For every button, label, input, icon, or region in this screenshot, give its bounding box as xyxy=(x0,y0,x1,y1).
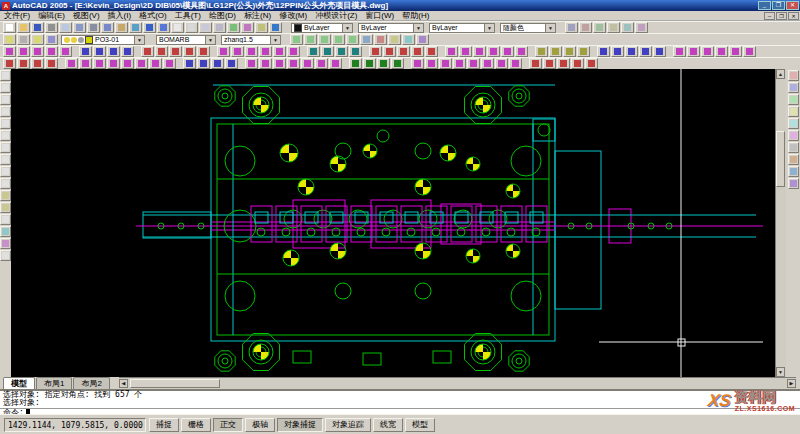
menu-item[interactable]: 冲模设计(Z) xyxy=(311,10,361,21)
custom-tool-icon[interactable] xyxy=(107,46,120,57)
ellipse-icon[interactable] xyxy=(0,178,11,189)
doc-restore-button[interactable]: ❐ xyxy=(776,12,787,20)
custom-tool-icon[interactable] xyxy=(231,46,244,57)
plot-preview-icon[interactable] xyxy=(59,22,72,33)
erase-icon[interactable] xyxy=(788,70,799,81)
drawing-canvas[interactable] xyxy=(11,69,775,377)
custom-tool-icon[interactable] xyxy=(121,58,134,69)
spline-icon[interactable] xyxy=(0,166,11,177)
custom-tool-icon[interactable] xyxy=(225,58,238,69)
dim-angular-icon[interactable] xyxy=(346,34,359,45)
custom-tool-icon[interactable] xyxy=(487,46,500,57)
tab-布局2[interactable]: 布局2 xyxy=(73,377,109,389)
array-icon[interactable] xyxy=(788,118,799,129)
custom-tool-icon[interactable] xyxy=(135,58,148,69)
rectangle-icon[interactable] xyxy=(0,118,11,129)
offset-icon[interactable] xyxy=(788,106,799,117)
textstyle-dropdown[interactable]: zhang1.5 ▼ xyxy=(221,35,281,45)
zoom-previous-icon[interactable] xyxy=(213,22,226,33)
custom-tool-icon[interactable] xyxy=(217,46,230,57)
horizontal-scrollbar[interactable]: ◀ ▶ xyxy=(119,377,796,389)
status-toggle-极轴[interactable]: 极轴 xyxy=(245,418,275,432)
custom-tool-icon[interactable] xyxy=(439,58,452,69)
polygon-icon[interactable] xyxy=(0,106,11,117)
zoom-window-icon[interactable] xyxy=(199,22,212,33)
match-properties-icon[interactable] xyxy=(129,22,142,33)
custom-tool-icon[interactable] xyxy=(287,58,300,69)
status-toggle-正交[interactable]: 正交 xyxy=(213,418,243,432)
lineweight-control-dropdown[interactable]: ByLayer ▼ xyxy=(429,23,495,33)
layer-properties-icon[interactable] xyxy=(3,34,16,45)
dimstyle-dropdown[interactable]: BOMARB ▼ xyxy=(156,35,216,45)
custom-tool-icon[interactable] xyxy=(315,58,328,69)
custom-tool-icon[interactable] xyxy=(17,46,30,57)
tool-palettes-icon[interactable] xyxy=(255,22,268,33)
custom-tool-icon[interactable] xyxy=(743,46,756,57)
hatch-icon[interactable] xyxy=(0,226,11,237)
dim-style-icon[interactable] xyxy=(416,34,429,45)
menu-item[interactable]: 窗口(W) xyxy=(361,10,398,21)
custom-tool-icon[interactable] xyxy=(163,58,176,69)
custom-tool-icon[interactable] xyxy=(321,46,334,57)
custom-tool-icon[interactable] xyxy=(307,46,320,57)
menu-item[interactable]: 标注(N) xyxy=(240,10,275,21)
dim-edit-icon[interactable] xyxy=(388,34,401,45)
line-icon[interactable] xyxy=(0,70,11,81)
custom-tool-icon[interactable] xyxy=(149,58,162,69)
xline-icon[interactable] xyxy=(0,82,11,93)
custom-tool-icon[interactable] xyxy=(715,46,728,57)
dim-radius-icon[interactable] xyxy=(318,34,331,45)
sheet-set-icon[interactable] xyxy=(565,22,578,33)
qleader-icon[interactable] xyxy=(360,34,373,45)
scroll-down-icon[interactable]: ▼ xyxy=(776,367,785,377)
layer-dropdown[interactable]: PO3-01 ▼ xyxy=(61,35,145,45)
custom-tool-icon[interactable] xyxy=(687,46,700,57)
custom-tool-icon[interactable] xyxy=(169,46,182,57)
custom-tool-icon[interactable] xyxy=(411,58,424,69)
qdim-icon[interactable] xyxy=(593,22,606,33)
doc-close-button[interactable]: ✕ xyxy=(788,12,799,20)
custom-tool-icon[interactable] xyxy=(245,58,258,69)
custom-tool-icon[interactable] xyxy=(597,46,610,57)
pan-icon[interactable] xyxy=(171,22,184,33)
custom-tool-icon[interactable] xyxy=(211,58,224,69)
calc-icon[interactable] xyxy=(635,22,648,33)
status-toggle-线宽[interactable]: 线宽 xyxy=(373,418,403,432)
custom-tool-icon[interactable] xyxy=(653,46,666,57)
custom-tool-icon[interactable] xyxy=(453,58,466,69)
custom-tool-icon[interactable] xyxy=(3,46,16,57)
custom-tool-icon[interactable] xyxy=(79,46,92,57)
arc-icon[interactable] xyxy=(0,130,11,141)
custom-tool-icon[interactable] xyxy=(329,58,342,69)
status-toggle-对象捕捉[interactable]: 对象捕捉 xyxy=(277,418,323,432)
linetype-control-dropdown[interactable]: ByLayer ▼ xyxy=(358,23,424,33)
custom-tool-icon[interactable] xyxy=(93,58,106,69)
make-object-layer-icon[interactable] xyxy=(31,34,44,45)
custom-tool-icon[interactable] xyxy=(563,46,576,57)
doc-minimize-button[interactable]: ─ xyxy=(764,12,775,20)
mirror-icon[interactable] xyxy=(788,94,799,105)
tab-布局1[interactable]: 布局1 xyxy=(36,377,72,389)
custom-tool-icon[interactable] xyxy=(155,46,168,57)
scale-icon[interactable] xyxy=(788,154,799,165)
custom-tool-icon[interactable] xyxy=(611,46,624,57)
text-icon[interactable] xyxy=(0,250,11,261)
vertical-scrollbar[interactable]: ▲ ▼ xyxy=(775,69,786,377)
properties-icon[interactable] xyxy=(227,22,240,33)
custom-tool-icon[interactable] xyxy=(425,46,438,57)
custom-tool-icon[interactable] xyxy=(335,46,348,57)
revcloud-icon[interactable] xyxy=(0,154,11,165)
custom-tool-icon[interactable] xyxy=(349,58,362,69)
cut-icon[interactable] xyxy=(87,22,100,33)
custom-tool-icon[interactable] xyxy=(31,58,44,69)
custom-tool-icon[interactable] xyxy=(585,58,598,69)
custom-tool-icon[interactable] xyxy=(273,46,286,57)
custom-tool-icon[interactable] xyxy=(459,46,472,57)
custom-tool-icon[interactable] xyxy=(701,46,714,57)
custom-tool-icon[interactable] xyxy=(183,58,196,69)
markup-icon[interactable] xyxy=(579,22,592,33)
custom-tool-icon[interactable] xyxy=(93,46,106,57)
layer-states-icon[interactable] xyxy=(17,34,30,45)
maximize-button[interactable]: ❐ xyxy=(772,1,785,10)
custom-tool-icon[interactable] xyxy=(397,46,410,57)
